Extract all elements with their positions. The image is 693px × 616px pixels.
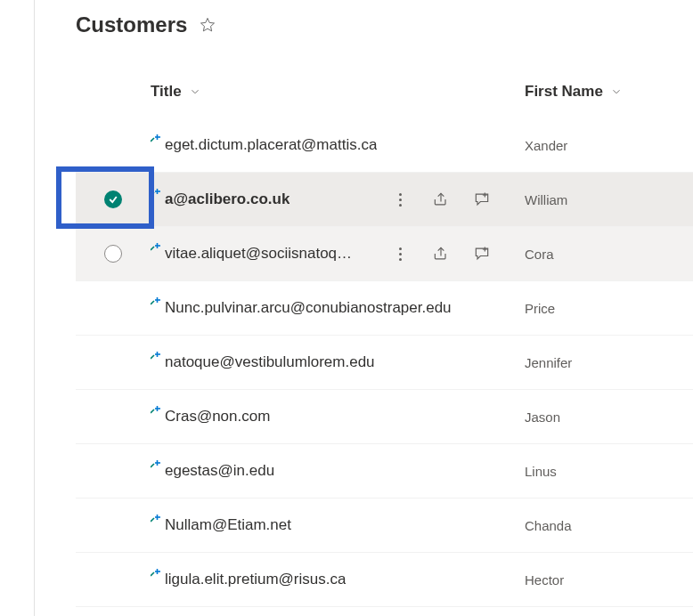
row-firstname-cell: Xander (525, 138, 693, 153)
list-item-icon (151, 350, 161, 361)
favorite-star-icon[interactable] (200, 17, 216, 33)
comment-button[interactable] (473, 245, 491, 263)
chevron-down-icon (189, 85, 201, 98)
row-title-text[interactable]: a@aclibero.co.uk (165, 190, 289, 208)
row-title-cell: vitae.aliquet@sociisnatoq… (151, 245, 525, 263)
table-header: Title First Name (76, 65, 693, 118)
row-title-cell: egestas@in.edu (151, 462, 525, 480)
svg-line-49 (151, 572, 154, 576)
svg-line-19 (151, 301, 154, 304)
customers-table: Title First Name eget.dictum.placerat@ma… (76, 65, 693, 607)
table-row[interactable]: natoque@vestibulumlorem.edu Jennifer (76, 336, 693, 390)
column-header-title[interactable]: Title (151, 83, 201, 101)
list-item-icon (151, 241, 161, 252)
svg-marker-0 (201, 19, 215, 31)
table-body: eget.dictum.placerat@mattis.ca Xander a@… (76, 118, 693, 607)
row-title-cell: a@aclibero.co.uk (151, 190, 525, 208)
row-title-text[interactable]: egestas@in.edu (165, 462, 274, 480)
row-select-checked-icon[interactable] (104, 190, 122, 208)
row-title-cell: ligula.elit.pretium@risus.ca (151, 571, 525, 588)
row-firstname-cell: Price (525, 301, 693, 316)
share-button[interactable] (432, 245, 450, 263)
svg-line-7 (151, 192, 154, 196)
more-actions-button[interactable] (391, 245, 409, 263)
row-title-cell: Nullam@Etiam.net (151, 516, 525, 534)
row-actions (391, 245, 516, 263)
list-item-icon (151, 513, 161, 523)
table-row[interactable]: eget.dictum.placerat@mattis.ca Xander (76, 118, 693, 173)
row-title-cell: natoque@vestibulumlorem.edu (151, 353, 525, 371)
list-item-icon (151, 458, 161, 469)
svg-line-43 (151, 518, 154, 522)
row-title-text[interactable]: Nunc.pulvinar.arcu@conubianostraper.edu (165, 299, 452, 317)
row-title-text[interactable]: eget.dictum.placerat@mattis.ca (165, 136, 377, 154)
row-title-cell: Nunc.pulvinar.arcu@conubianostraper.edu (151, 299, 525, 317)
table-row[interactable]: Nunc.pulvinar.arcu@conubianostraper.edu … (76, 281, 693, 336)
svg-line-25 (151, 355, 154, 359)
svg-line-37 (151, 464, 154, 467)
row-title-cell: Cras@non.com (151, 408, 525, 426)
share-button[interactable] (432, 190, 450, 208)
row-firstname-cell: Chanda (525, 518, 693, 533)
table-row[interactable]: egestas@in.edu Linus (76, 444, 693, 498)
list-item-icon (151, 404, 161, 415)
list-item-icon (151, 567, 161, 578)
table-row[interactable]: vitae.aliquet@sociisnatoq… Cora (76, 227, 693, 281)
svg-line-13 (151, 247, 154, 250)
row-title-text[interactable]: Nullam@Etiam.net (165, 516, 291, 534)
row-title-text[interactable]: vitae.aliquet@sociisnatoq… (165, 245, 352, 263)
column-header-firstname[interactable]: First Name (525, 83, 623, 101)
left-border (34, 0, 35, 616)
row-title-cell: eget.dictum.placerat@mattis.ca (151, 136, 525, 154)
table-row[interactable]: a@aclibero.co.uk William (76, 173, 693, 227)
chevron-down-icon (610, 85, 623, 98)
list-item-icon (151, 187, 161, 198)
row-firstname-cell: Linus (525, 464, 693, 479)
row-firstname-cell: William (525, 192, 693, 207)
svg-line-31 (151, 409, 154, 413)
list-item-icon (151, 296, 161, 306)
row-title-text[interactable]: ligula.elit.pretium@risus.ca (165, 571, 346, 588)
more-actions-button[interactable] (391, 190, 409, 208)
table-row[interactable]: ligula.elit.pretium@risus.ca Hector (76, 553, 693, 607)
row-select-radio[interactable] (104, 245, 122, 263)
row-select-cell (76, 245, 151, 263)
column-header-title-label: Title (151, 83, 182, 101)
row-title-text[interactable]: Cras@non.com (165, 408, 270, 426)
svg-line-1 (151, 138, 154, 142)
table-row[interactable]: Nullam@Etiam.net Chanda (76, 498, 693, 553)
page-title: Customers (76, 12, 187, 37)
row-firstname-cell: Jason (525, 409, 693, 425)
row-firstname-cell: Cora (525, 247, 693, 262)
row-firstname-cell: Hector (525, 572, 693, 588)
comment-button[interactable] (473, 190, 491, 208)
row-actions (391, 190, 516, 208)
list-item-icon (151, 133, 161, 143)
row-title-text[interactable]: natoque@vestibulumlorem.edu (165, 353, 375, 371)
column-header-firstname-label: First Name (525, 83, 603, 101)
page-header: Customers (76, 12, 216, 37)
table-row[interactable]: Cras@non.com Jason (76, 390, 693, 444)
row-select-cell (76, 190, 151, 208)
row-firstname-cell: Jennifer (525, 355, 693, 370)
